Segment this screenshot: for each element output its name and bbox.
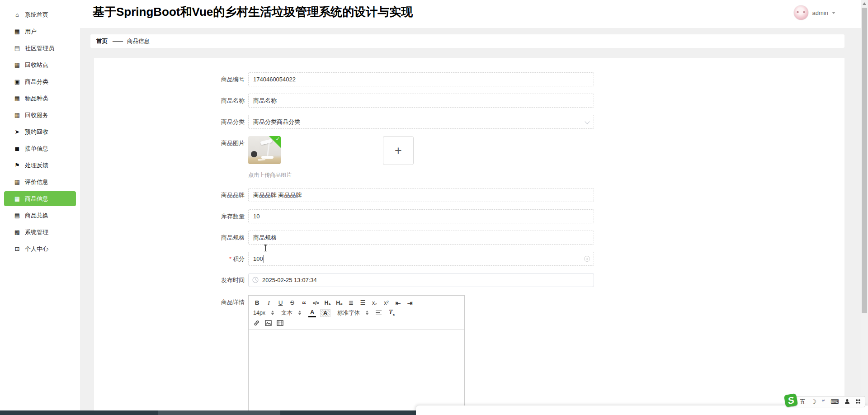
sidebar: ⌂ 系统首页 ▦ 用户 ▤ 社区管理员 ▦ 回收站点 ▣ 商品分类 ▦ 物品种类… — [0, 0, 80, 415]
stock-input[interactable] — [248, 209, 594, 223]
editor-toolbar-button[interactable]: H₂ — [335, 298, 343, 307]
editor-toolbar-button[interactable]: “ — [300, 300, 308, 306]
image-button[interactable] — [265, 320, 272, 326]
avatar[interactable] — [793, 5, 809, 20]
sidebar-item-label: 个人中心 — [25, 245, 48, 253]
editor-toolbar-button[interactable]: H₁ — [324, 298, 331, 307]
chevron-down-icon — [832, 12, 835, 14]
editor-toolbar-button[interactable]: S — [288, 298, 296, 307]
scrollbar-up-arrow[interactable] — [863, 2, 866, 5]
form-row-product-no: 商品编号 — [94, 72, 844, 86]
sidebar-item-icon: ▤ — [14, 45, 21, 52]
required-mark: * — [229, 255, 231, 262]
sidebar-item[interactable]: ▤ 社区管理员 — [0, 40, 80, 57]
sidebar-item-label: 接单信息 — [25, 145, 48, 153]
sidebar-item[interactable]: ⊡ 个人中心 — [0, 241, 80, 257]
moon-icon[interactable]: ☽ — [811, 399, 816, 405]
page-title: 基于SpringBoot和Vue的乡村生活垃圾管理系统的设计与实现 — [93, 4, 413, 20]
scrollbar-thumb[interactable] — [862, 8, 867, 313]
editor-toolbar-button[interactable]: B — [253, 298, 261, 307]
stock-label: 库存数量 — [94, 209, 248, 223]
keyboard-icon[interactable]: ⌨ — [830, 399, 839, 405]
editor-toolbar-button[interactable]: x² — [382, 298, 390, 307]
sidebar-item-icon: ⚑ — [14, 162, 21, 169]
editor-toolbar-button[interactable]: U — [277, 298, 284, 307]
sidebar-item[interactable]: ▤ 商品兑换 — [0, 207, 80, 224]
product-no-input[interactable] — [248, 72, 594, 86]
product-no-label: 商品编号 — [94, 72, 248, 86]
text-caret — [264, 255, 264, 263]
editor-toolbar: BIUS“</>H₁H₂≣☰x₂x²⇤⇥ 14px 文本 A A — [249, 296, 464, 330]
font-size-picker[interactable]: 14px — [253, 310, 274, 316]
product-name-label: 商品名称 — [94, 94, 248, 108]
taskbar-segment — [158, 410, 280, 415]
sidebar-item[interactable]: ➤ 预约回收 — [0, 123, 80, 140]
category-select[interactable] — [248, 115, 594, 129]
sidebar-item-label: 回收站点 — [25, 61, 48, 69]
breadcrumb-home[interactable]: 首页 — [96, 38, 108, 45]
sidebar-item[interactable]: ▦ 物品种类 — [0, 90, 80, 107]
editor-toolbar-button[interactable]: ≣ — [347, 298, 355, 307]
form-row-points: *积分 — [94, 252, 844, 266]
sidebar-item[interactable]: ⚑ 处理反馈 — [0, 157, 80, 174]
clean-format-button[interactable]: Tx — [389, 309, 395, 317]
sidebar-item[interactable]: ⌂ 系统首页 — [0, 6, 80, 23]
user-menu[interactable]: admin — [793, 5, 835, 20]
sidebar-item[interactable]: ▦ 用户 — [0, 23, 80, 40]
grid-icon[interactable] — [855, 399, 861, 405]
text-color-button[interactable]: A — [308, 309, 316, 317]
detail-label: 商品详情 — [94, 295, 248, 415]
sidebar-item-icon: ◼ — [14, 145, 21, 152]
product-image-thumbnail[interactable]: ✓ — [248, 136, 281, 164]
sidebar-item-label: 评价信息 — [25, 178, 48, 186]
product-name-input[interactable] — [248, 94, 594, 108]
product-form: 商品编号 商品名称 商品分类 商品图片 — [94, 58, 844, 415]
breadcrumb-current: 商品信息 — [127, 38, 150, 45]
sidebar-item-icon: ▣ — [14, 78, 21, 85]
background-color-button[interactable]: A — [320, 309, 330, 317]
sidebar-item-label: 商品兑换 — [25, 212, 48, 220]
editor-toolbar-button[interactable]: ☰ — [359, 298, 367, 307]
align-button[interactable] — [376, 311, 382, 316]
sidebar-item-label: 预约回收 — [25, 128, 48, 136]
sidebar-item-icon: ▦ — [14, 95, 21, 102]
publish-time-input[interactable] — [248, 273, 594, 287]
sidebar-item-icon: ▦ — [14, 112, 21, 118]
ibeam-cursor — [265, 245, 266, 251]
upload-image-button[interactable]: + — [383, 136, 414, 165]
editor-toolbar-button[interactable]: I — [265, 298, 273, 307]
brand-input[interactable] — [248, 188, 594, 202]
sidebar-item[interactable]: ▣ 商品分类 — [0, 73, 80, 90]
sidebar-menu: ⌂ 系统首页 ▦ 用户 ▤ 社区管理员 ▦ 回收站点 ▣ 商品分类 ▦ 物品种类… — [0, 0, 80, 257]
spec-input[interactable] — [248, 231, 594, 245]
sidebar-item-label: 处理反馈 — [25, 161, 48, 170]
editor-toolbar-button[interactable]: x₂ — [371, 298, 378, 307]
points-input[interactable] — [248, 252, 594, 266]
category-label: 商品分类 — [94, 115, 248, 129]
person-icon[interactable] — [844, 399, 850, 405]
sidebar-item[interactable]: ▦ 回收站点 — [0, 57, 80, 73]
font-family-picker[interactable]: 标准字体 — [337, 309, 368, 317]
browser-scrollbar[interactable] — [861, 0, 868, 415]
ime-wubi-key[interactable]: 五 — [800, 399, 806, 405]
sogou-logo[interactable]: S — [784, 393, 798, 407]
editor-content-area[interactable] — [249, 330, 464, 415]
sidebar-item[interactable]: ◼ 接单信息 — [0, 140, 80, 157]
sidebar-item-icon: ▤ — [14, 212, 21, 219]
sidebar-item[interactable]: ▦ 回收服务 — [0, 107, 80, 123]
editor-toolbar-button[interactable]: ⇤ — [394, 298, 402, 307]
sidebar-item-label: 社区管理员 — [25, 44, 54, 52]
sidebar-item[interactable]: ▦ 评价信息 — [0, 174, 80, 190]
sidebar-item[interactable]: ▩ 系统管理 — [0, 224, 80, 241]
editor-toolbar-button[interactable]: ⇥ — [406, 298, 414, 307]
number-control-icon[interactable] — [584, 256, 590, 262]
editor-toolbar-row3 — [253, 318, 460, 328]
form-row-category: 商品分类 — [94, 115, 844, 129]
points-label: *积分 — [94, 252, 248, 266]
video-button[interactable] — [277, 320, 283, 326]
punctuation-icon[interactable]: °’ — [822, 399, 825, 404]
editor-toolbar-button[interactable]: </> — [312, 298, 320, 307]
link-button[interactable] — [253, 320, 260, 326]
paragraph-format-picker[interactable]: 文本 — [281, 309, 301, 317]
sidebar-item[interactable]: ▦ 商品信息 — [4, 191, 76, 206]
